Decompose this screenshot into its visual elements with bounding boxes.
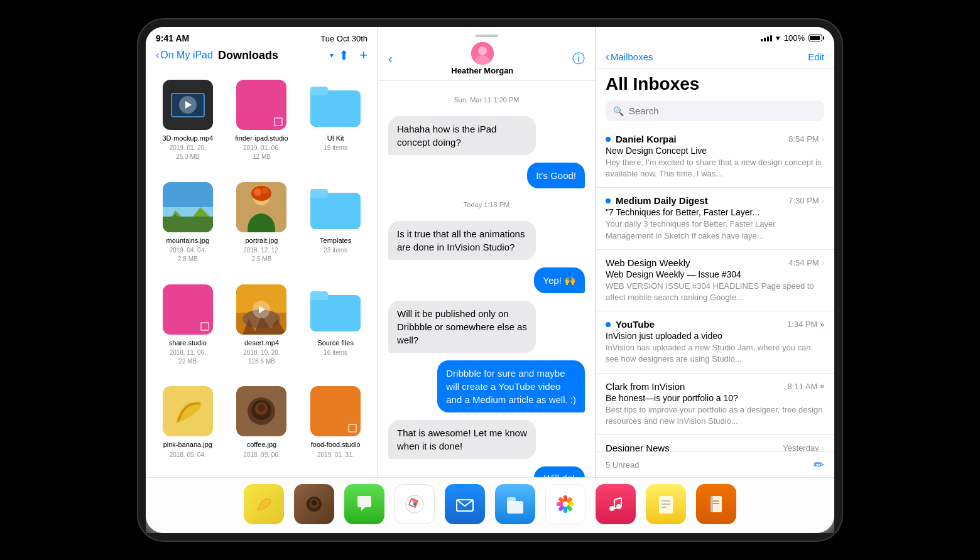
files-back-button[interactable]: ‹ On My iPad (156, 50, 213, 61)
mail-compose-button[interactable]: ✏ (814, 457, 824, 472)
mail-time-daniel: 8:54 PM › (788, 134, 824, 144)
svg-point-13 (254, 188, 261, 196)
dock-item-mail[interactable] (445, 484, 485, 524)
mountains-svg (163, 182, 213, 232)
file-item-templates[interactable]: Templates 23 items (298, 175, 373, 277)
file-item-coffee[interactable]: coffee.jpg 2018. 09. 06. (225, 379, 299, 472)
file-meta-sourcefiles: 16 items (324, 348, 347, 357)
chevron-down-icon: ▾ (330, 51, 334, 60)
dock-icon-books (696, 484, 736, 524)
dock-item-notes[interactable] (646, 484, 686, 524)
bar2 (764, 38, 766, 41)
mail-edit-button[interactable]: Edit (808, 51, 824, 62)
file-thumb-mountains (163, 182, 213, 232)
msg-timestamp-1: Sun, Mar 11 1:20 PM (388, 96, 585, 104)
coffee-dock-svg (302, 492, 326, 516)
dock-item-music[interactable] (596, 484, 636, 524)
dock-icon-messages (344, 484, 384, 524)
file-item-finder-ipad[interactable]: finder-ipad.studio 2019. 01. 06.12 MB (225, 72, 299, 175)
mail-item-header-designernews: Designer News Yesterday › (606, 443, 824, 451)
mail-time-clark: 8:11 AM » (788, 382, 824, 391)
mail-item-youtube[interactable]: YouTube 1:34 PM » InVision just uploaded… (596, 311, 834, 373)
play-triangle-desert (259, 306, 265, 313)
mail-search-bar[interactable]: 🔍 (606, 100, 824, 121)
file-item-mountains[interactable]: mountains.jpg 2019. 04. 04.2.8 MB (151, 175, 225, 277)
file-item-3dmockup[interactable]: 3D-mockup.mp4 2019. 01. 20.25.3 MB (151, 72, 225, 175)
chevron-webdesign: › (822, 258, 824, 267)
file-item-sourcefiles[interactable]: Source files 16 items (298, 277, 373, 379)
svg-point-30 (478, 46, 487, 55)
messages-info-button[interactable]: ⓘ (572, 50, 585, 67)
mail-time-designernews: Yesterday › (783, 443, 824, 451)
file-name-food: food-food.studio (311, 440, 361, 449)
messages-nav: ‹ Heather Morgan ⓘ (378, 37, 595, 81)
mail-list: Daniel Korpai 8:54 PM › New Design Conce… (596, 126, 834, 451)
mail-item-daniel[interactable]: Daniel Korpai 8:54 PM › New Design Conce… (596, 126, 834, 188)
svg-point-40 (413, 503, 416, 505)
messages-back-button[interactable]: ‹ (388, 51, 393, 66)
msg-bubble-sent-2: Yep! 🙌 (534, 267, 585, 293)
file-thumb-coffee (236, 386, 286, 436)
mail-item-clark[interactable]: Clark from InVision 8:11 AM » Be honest—… (596, 374, 834, 435)
mail-sender-youtube: YouTube (606, 319, 655, 330)
svg-rect-21 (310, 295, 361, 331)
messages-contact[interactable]: Heather Morgan (393, 42, 572, 75)
dock-item-messages[interactable] (344, 484, 384, 524)
mail-subject-medium: "7 Techniques for Better, Faster Layer..… (606, 207, 824, 217)
panel-mail: ▾ 100% ‹ Mailboxes (596, 27, 834, 477)
mail-back-button[interactable]: ‹ Mailboxes (606, 50, 653, 63)
file-item-desert[interactable]: desert.mp4 2018. 10. 20.128.6 MB (225, 277, 299, 379)
file-item-food[interactable]: food-food.studio 2019. 01. 31. (298, 379, 373, 472)
ipad-screen: 9:41 AM Tue Oct 30th ‹ On My iPad Downlo… (146, 27, 834, 533)
mail-time-medium: 7:30 PM › (788, 196, 824, 205)
wifi-icon: ▾ (776, 33, 780, 43)
chevron-left-mail-icon: ‹ (606, 50, 609, 63)
dock-icon-photos (545, 484, 585, 524)
share-icon[interactable]: ⬆ (339, 48, 349, 63)
messages-dock-svg (352, 492, 376, 516)
mail-preview-clark: Best tips to improve your portfolio as a… (606, 404, 824, 427)
mail-item-designernews[interactable]: Designer News Yesterday › k of January 8… (596, 435, 834, 451)
dock-item-files[interactable] (495, 484, 535, 524)
music-dock-svg (604, 492, 628, 516)
file-item-portrait[interactable]: portrait.jpg 2018. 12. 12.2.5 MB (225, 175, 299, 277)
battery-label: 100% (784, 33, 805, 43)
dock-item-safari[interactable] (395, 484, 435, 524)
dock-item-banana[interactable] (244, 484, 284, 524)
chevron-left-icon: ‹ (156, 50, 159, 61)
file-item-share[interactable]: share.studio 2018. 11. 06.22 MB (151, 277, 225, 379)
mail-sender-medium: Medium Daily Digest (606, 195, 708, 206)
mail-item-webdesign[interactable]: Web Design Weekly 4:54 PM › Web Design W… (596, 250, 834, 311)
mail-item-header-medium: Medium Daily Digest 7:30 PM › (606, 195, 824, 206)
file-item-uikit[interactable]: UI Kit 19 items (298, 72, 373, 175)
file-name-share: share.studio (169, 338, 207, 347)
play-icon-desert (253, 301, 270, 318)
battery-icon (808, 35, 824, 41)
double-chevron-clark: » (820, 382, 824, 390)
file-meta-mountains: 2019. 04. 04.2.8 MB (170, 246, 206, 264)
add-icon[interactable]: + (359, 47, 368, 63)
svg-rect-63 (710, 496, 713, 512)
status-time: 9:41 AM (156, 33, 189, 43)
mail-status-right: ▾ 100% (761, 33, 824, 43)
file-name-mountains: mountains.jpg (166, 236, 210, 245)
mail-item-medium[interactable]: Medium Daily Digest 7:30 PM › "7 Techniq… (596, 188, 834, 249)
battery-fill (810, 36, 820, 40)
dock-item-coffee[interactable] (294, 484, 334, 524)
search-icon: 🔍 (613, 106, 624, 116)
dock-item-photos[interactable] (545, 484, 585, 524)
file-name-finder-ipad: finder-ipad.studio (235, 134, 288, 143)
file-item-banana[interactable]: pink-banana.jpg 2018. 09. 04. (151, 379, 225, 472)
notes-dock-svg (654, 492, 678, 516)
svg-rect-2 (310, 87, 328, 95)
file-meta-finder-ipad: 2019. 01. 06.12 MB (243, 144, 280, 161)
files-nav-actions: ⬆ + (339, 47, 368, 63)
file-name-3dmockup: 3D-mockup.mp4 (162, 134, 213, 143)
mail-item-header-clark: Clark from InVision 8:11 AM » (606, 381, 824, 392)
svg-rect-22 (310, 291, 328, 300)
dock-item-books[interactable] (696, 484, 736, 524)
studio-mark-food (348, 424, 357, 433)
mail-search-input[interactable] (629, 105, 817, 116)
file-name-sourcefiles: Source files (317, 338, 353, 347)
books-dock-svg (704, 492, 728, 516)
